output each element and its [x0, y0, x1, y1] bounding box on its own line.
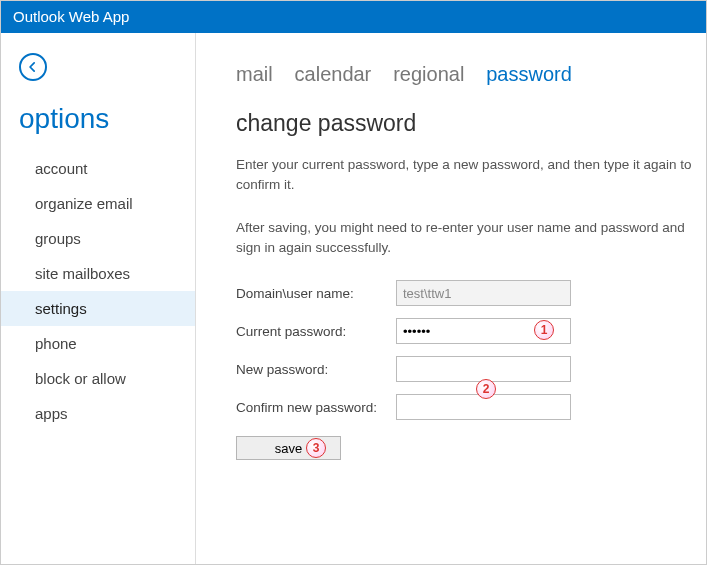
sidebar-nav: account organize email groups site mailb…	[19, 151, 195, 431]
row-save: save 3	[236, 436, 706, 460]
password-form: Domain\user name: Current password: 1 Ne…	[236, 280, 706, 460]
sidebar-item-label: organize email	[35, 195, 133, 212]
sidebar-item-phone[interactable]: phone	[1, 326, 195, 361]
new-password-label: New password:	[236, 362, 396, 377]
tab-password[interactable]: password	[486, 63, 572, 85]
row-domain: Domain\user name:	[236, 280, 706, 306]
row-confirm-password: Confirm new password: 2	[236, 394, 706, 420]
content-area: options account organize email groups si…	[1, 33, 706, 564]
sidebar-item-label: phone	[35, 335, 77, 352]
row-current-password: Current password: 1	[236, 318, 706, 344]
page-description-2: After saving, you might need to re-enter…	[236, 218, 706, 259]
tab-regional[interactable]: regional	[393, 63, 464, 85]
current-password-label: Current password:	[236, 324, 396, 339]
tab-calendar[interactable]: calendar	[295, 63, 372, 85]
sidebar-item-label: block or allow	[35, 370, 126, 387]
sidebar-item-block-or-allow[interactable]: block or allow	[1, 361, 195, 396]
sidebar-item-site-mailboxes[interactable]: site mailboxes	[1, 256, 195, 291]
new-password-input[interactable]	[396, 356, 571, 382]
callout-marker-1: 1	[534, 320, 554, 340]
sidebar-item-groups[interactable]: groups	[1, 221, 195, 256]
app-titlebar: Outlook Web App	[1, 1, 706, 33]
back-button[interactable]	[19, 53, 47, 81]
callout-marker-3: 3	[306, 438, 326, 458]
options-heading: options	[19, 103, 195, 135]
main-panel: mail calendar regional password change p…	[196, 33, 706, 564]
sidebar-item-apps[interactable]: apps	[1, 396, 195, 431]
tabs: mail calendar regional password	[236, 63, 706, 86]
sidebar-item-label: site mailboxes	[35, 265, 130, 282]
sidebar-item-label: groups	[35, 230, 81, 247]
sidebar-item-settings[interactable]: settings	[1, 291, 195, 326]
sidebar-item-label: apps	[35, 405, 68, 422]
row-new-password: New password:	[236, 356, 706, 382]
arrow-left-icon	[26, 60, 40, 74]
callout-marker-2: 2	[476, 379, 496, 399]
sidebar: options account organize email groups si…	[1, 33, 196, 564]
app-title: Outlook Web App	[13, 8, 129, 25]
domain-label: Domain\user name:	[236, 286, 396, 301]
tab-mail[interactable]: mail	[236, 63, 273, 85]
page-heading: change password	[236, 110, 706, 137]
page-description-1: Enter your current password, type a new …	[236, 155, 706, 196]
domain-input	[396, 280, 571, 306]
sidebar-item-account[interactable]: account	[1, 151, 195, 186]
confirm-password-label: Confirm new password:	[236, 400, 396, 415]
sidebar-item-label: account	[35, 160, 88, 177]
sidebar-item-label: settings	[35, 300, 87, 317]
sidebar-item-organize-email[interactable]: organize email	[1, 186, 195, 221]
